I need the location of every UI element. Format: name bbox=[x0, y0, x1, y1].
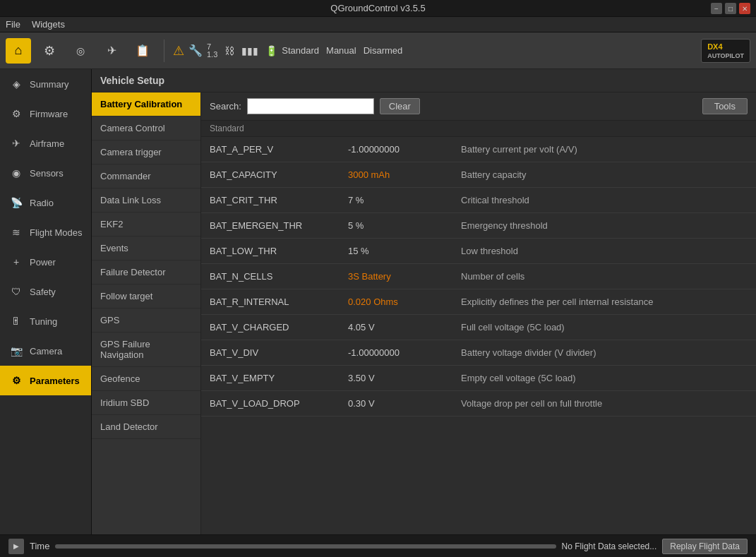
table-row[interactable]: BAT_R_INTERNAL 0.020 Ohms Explicitly def… bbox=[201, 289, 756, 315]
sidebar-item-radio[interactable]: 📡 Radio bbox=[0, 188, 91, 217]
content-area: Vehicle Setup Battery Calibration Camera… bbox=[92, 69, 756, 534]
param-name: BAT_CRIT_THR bbox=[201, 191, 342, 210]
toolbar-doc-icon[interactable]: 📋 bbox=[130, 38, 155, 64]
param-value: 3S Battery bbox=[342, 267, 455, 286]
flight-modes-icon: ≋ bbox=[8, 224, 24, 240]
tools-button[interactable]: Tools bbox=[702, 98, 748, 114]
minimize-button[interactable]: − bbox=[711, 3, 722, 14]
category-events[interactable]: Events bbox=[92, 236, 200, 260]
category-follow-target[interactable]: Follow target bbox=[92, 285, 200, 309]
param-desc: Battery capacity bbox=[455, 165, 756, 184]
summary-icon: ◈ bbox=[8, 76, 24, 92]
table-row[interactable]: BAT_V_DIV -1.00000000 Battery voltage di… bbox=[201, 340, 756, 366]
close-button[interactable]: ✕ bbox=[739, 3, 750, 14]
params-area: Battery Calibration Camera Control Camer… bbox=[92, 92, 756, 534]
radio-icon: 📡 bbox=[8, 195, 24, 210]
sidebar-item-safety[interactable]: 🛡 Safety bbox=[0, 277, 91, 306]
menubar: File Widgets bbox=[0, 17, 756, 32]
param-name: BAT_CAPACITY bbox=[201, 165, 342, 184]
search-bar: Search: Clear Tools bbox=[201, 92, 756, 121]
sensors-icon: ◉ bbox=[8, 165, 24, 181]
param-value: 3000 mAh bbox=[342, 165, 455, 184]
sidebar-item-tuning[interactable]: 🎚 Tuning bbox=[0, 306, 91, 336]
sidebar-label-camera: Camera bbox=[30, 346, 62, 357]
param-name: BAT_V_CHARGED bbox=[201, 318, 342, 337]
category-commander[interactable]: Commander bbox=[92, 164, 200, 188]
toolbar-target-icon[interactable]: ◎ bbox=[68, 38, 93, 64]
param-desc: Critical threshold bbox=[455, 191, 756, 210]
param-desc: Empty cell voltage (5C load) bbox=[455, 369, 756, 388]
category-data-link-loss[interactable]: Data Link Loss bbox=[92, 188, 200, 212]
table-row[interactable]: BAT_CAPACITY 3000 mAh Battery capacity bbox=[201, 162, 756, 188]
sidebar-item-flight-modes[interactable]: ≋ Flight Modes bbox=[0, 217, 91, 247]
category-camera-trigger[interactable]: Camera trigger bbox=[92, 140, 200, 164]
category-land-detector[interactable]: Land Detector bbox=[92, 415, 200, 439]
replay-button[interactable]: Replay Flight Data bbox=[662, 539, 748, 554]
time-label: Time bbox=[30, 541, 49, 551]
menu-file[interactable]: File bbox=[6, 19, 20, 30]
toolbar-settings-icon[interactable]: ⚙ bbox=[37, 38, 62, 64]
param-desc: Explicitly defines the per cell internal… bbox=[455, 292, 756, 311]
airframe-icon: ✈ bbox=[8, 136, 24, 151]
category-geofence[interactable]: Geofence bbox=[92, 367, 200, 391]
param-value: -1.00000000 bbox=[342, 140, 455, 159]
table-row[interactable]: BAT_EMERGEN_THR 5 % Emergency threshold bbox=[201, 213, 756, 239]
sidebar-item-camera[interactable]: 📷 Camera bbox=[0, 336, 91, 366]
maximize-button[interactable]: □ bbox=[725, 3, 736, 14]
menu-widgets[interactable]: Widgets bbox=[32, 19, 65, 30]
param-value: 15 % bbox=[342, 241, 455, 260]
sidebar-label-summary: Summary bbox=[30, 79, 69, 90]
clear-button[interactable]: Clear bbox=[380, 98, 420, 114]
category-camera-control[interactable]: Camera Control bbox=[92, 116, 200, 140]
search-input[interactable] bbox=[247, 98, 374, 114]
category-gps-failure-nav[interactable]: GPS Failure Navigation bbox=[92, 333, 200, 367]
category-gps[interactable]: GPS bbox=[92, 309, 200, 333]
sidebar-item-sensors[interactable]: ◉ Sensors bbox=[0, 158, 91, 188]
dx4-logo: DX4AUTOPILOT bbox=[701, 39, 750, 63]
search-label: Search: bbox=[210, 101, 241, 112]
parameters-icon: ⚙ bbox=[8, 373, 24, 388]
table-row[interactable]: BAT_V_LOAD_DROP 0.30 V Voltage drop per … bbox=[201, 391, 756, 417]
table-row[interactable]: BAT_V_CHARGED 4.05 V Full cell voltage (… bbox=[201, 315, 756, 340]
sidebar-label-tuning: Tuning bbox=[30, 316, 57, 327]
table-row[interactable]: BAT_LOW_THR 15 % Low threshold bbox=[201, 239, 756, 264]
param-desc: Full cell voltage (5C load) bbox=[455, 318, 756, 337]
sidebar-item-firmware[interactable]: ⚙ Firmware bbox=[0, 99, 91, 128]
sidebar: ◈ Summary ⚙ Firmware ✈ Airframe ◉ Sensor… bbox=[0, 69, 92, 534]
app-title: QGroundControl v3.5.5 bbox=[330, 3, 425, 13]
param-name: BAT_A_PER_V bbox=[201, 140, 342, 159]
section-label: Standard bbox=[210, 124, 244, 133]
battery-pct: Standard bbox=[282, 45, 319, 56]
play-button[interactable]: ▶ bbox=[8, 539, 24, 554]
sidebar-item-parameters[interactable]: ⚙ Parameters bbox=[0, 366, 91, 395]
param-name: BAT_R_INTERNAL bbox=[201, 292, 342, 311]
param-name: BAT_N_CELLS bbox=[201, 267, 342, 286]
category-ekf2[interactable]: EKF2 bbox=[92, 212, 200, 236]
toolbar-home-icon[interactable]: ⌂ bbox=[6, 38, 31, 64]
table-row[interactable]: BAT_N_CELLS 3S Battery Number of cells bbox=[201, 264, 756, 289]
firmware-icon: ⚙ bbox=[8, 106, 24, 121]
toolbar-sep-1 bbox=[164, 40, 164, 62]
wrench-count: 71.3 bbox=[207, 43, 217, 59]
sidebar-label-radio: Radio bbox=[30, 198, 54, 208]
param-desc: Battery voltage divider (V divider) bbox=[455, 343, 756, 362]
table-row[interactable]: BAT_A_PER_V -1.00000000 Battery current … bbox=[201, 137, 756, 162]
sidebar-item-summary[interactable]: ◈ Summary bbox=[0, 69, 91, 99]
category-failure-detector[interactable]: Failure Detector bbox=[92, 260, 200, 285]
param-desc: Number of cells bbox=[455, 267, 756, 286]
sidebar-item-airframe[interactable]: ✈ Airframe bbox=[0, 128, 91, 158]
param-desc: Low threshold bbox=[455, 241, 756, 260]
table-row[interactable]: BAT_CRIT_THR 7 % Critical threshold bbox=[201, 188, 756, 213]
toolbar-fly-icon[interactable]: ✈ bbox=[99, 38, 124, 64]
warning-icon: ⚠ bbox=[173, 43, 184, 59]
table-row[interactable]: BAT_V_EMPTY 3.50 V Empty cell voltage (5… bbox=[201, 366, 756, 391]
safety-icon: 🛡 bbox=[8, 284, 24, 299]
category-battery-calibration[interactable]: Battery Calibration bbox=[92, 92, 200, 116]
param-name: BAT_V_DIV bbox=[201, 343, 342, 362]
time-bar[interactable] bbox=[55, 544, 556, 549]
no-flight-label: No Flight Data selected... bbox=[562, 541, 657, 551]
sidebar-label-airframe: Airframe bbox=[30, 138, 64, 149]
power-icon: + bbox=[8, 254, 24, 270]
sidebar-item-power[interactable]: + Power bbox=[0, 247, 91, 277]
category-iridium-sbd[interactable]: Iridium SBD bbox=[92, 391, 200, 415]
